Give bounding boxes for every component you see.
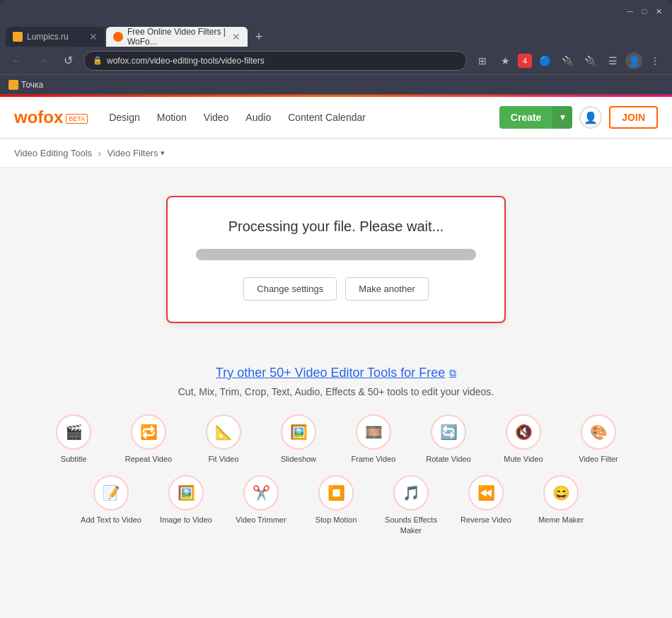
profile-icon[interactable]: 👤 [625, 52, 642, 69]
address-bar-row: ← → ↺ 🔒 wofox.com/video-editing-tools/vi… [0, 47, 672, 75]
tool-icon-image-to-video: 🖼️ [168, 475, 204, 511]
tool-icon-video-trimmer: ✂️ [243, 475, 279, 511]
tool-image-to-video[interactable]: 🖼️ Image to Video [154, 475, 218, 535]
tool-repeat-video[interactable]: 🔁 Repeat Video [117, 414, 180, 464]
tools-title[interactable]: Try other 50+ Video Editor Tools for Fre… [18, 366, 654, 380]
header-right: Create ▼ 👤 JOIN [499, 106, 658, 129]
tool-label-slideshow: Slideshow [281, 454, 316, 464]
more-options-icon[interactable]: ⋮ [645, 51, 665, 71]
progress-bar-container [196, 249, 476, 260]
tool-icon-fit-video: 📐 [206, 414, 241, 450]
address-bar[interactable]: 🔒 wofox.com/video-editing-tools/video-fi… [83, 51, 467, 71]
main-content: Processing your file. Please wait... Cha… [0, 168, 672, 618]
nav-video[interactable]: Video [204, 112, 229, 123]
breadcrumb-bar: Video Editing Tools › Video Filters ▾ [0, 139, 672, 168]
logo-area: wofox BETA [14, 107, 88, 127]
tool-label-video-filter: Video Filter [579, 454, 618, 464]
maximize-button[interactable]: □ [639, 6, 649, 16]
tool-icon-sounds-effects: 🎵 [393, 475, 429, 511]
breadcrumb-chevron: ▾ [161, 148, 165, 158]
forward-button[interactable]: → [33, 51, 52, 71]
create-dropdown-button[interactable]: ▼ [552, 106, 572, 129]
processing-buttons: Change settings Make another [196, 277, 476, 301]
tool-icon-reverse-video: ⏪ [468, 475, 504, 511]
extension-icon-4[interactable]: 🔌 [580, 51, 600, 71]
bookmark-tochka[interactable]: Точка [8, 80, 43, 90]
tab-title-wofox: Free Online Video Filters | WoFo... [127, 27, 228, 47]
tab-close-wofox[interactable]: ✕ [232, 31, 241, 42]
extension-icon-3[interactable]: 🔌 [557, 51, 577, 71]
make-another-button[interactable]: Make another [345, 277, 429, 301]
create-button[interactable]: Create [499, 106, 553, 129]
tool-sounds-effects[interactable]: 🎵 Sounds Effects Maker [379, 475, 443, 535]
toolbar-icons: ⊞ ★ 4 🔵 🔌 🔌 ☰ 👤 ⋮ [473, 51, 665, 71]
create-button-group: Create ▼ [499, 106, 572, 129]
tool-icon-slideshow: 🖼️ [281, 414, 316, 450]
menu-icon[interactable]: ☰ [603, 51, 622, 71]
tool-video-filter[interactable]: 🎨 Video Filter [567, 414, 630, 464]
nav-audio[interactable]: Audio [245, 112, 271, 123]
tool-icon-rotate-video: 🔄 [431, 414, 466, 450]
new-tab-button[interactable]: + [249, 27, 269, 47]
tool-icon-subtitle: 🎬 [56, 414, 91, 450]
tool-label-meme-maker: Meme Maker [538, 515, 584, 525]
tool-label-video-trimmer: Video Trimmer [236, 515, 286, 525]
tool-mute-video[interactable]: 🔇 Mute Video [492, 414, 555, 464]
bookmark-bar: Точка [0, 75, 672, 95]
tool-label-mute-video: Mute Video [504, 454, 543, 464]
processing-title: Processing your file. Please wait... [196, 218, 476, 235]
tool-icon-stop-motion: ⏹️ [318, 475, 354, 511]
tool-label-stop-motion: Stop Motion [315, 515, 357, 525]
tool-meme-maker[interactable]: 😄 Meme Maker [529, 475, 593, 535]
title-bar: ─ □ ✕ [0, 0, 672, 23]
logo-text: wofox [14, 107, 63, 127]
tool-label-fit-video: Fit Video [208, 454, 238, 464]
lock-icon: 🔒 [93, 56, 103, 65]
nav-design[interactable]: Design [109, 112, 140, 123]
tab-bar: Lumpics.ru ✕ Free Online Video Filters |… [0, 23, 672, 47]
tab-wofox[interactable]: Free Online Video Filters | WoFo... ✕ [106, 27, 248, 47]
tools-grid-row1: 🎬 Subtitle 🔁 Repeat Video 📐 Fit Video 🖼️… [18, 414, 654, 464]
tools-grid-row2: 📝 Add Text to Video 🖼️ Image to Video ✂️… [18, 475, 654, 535]
back-button[interactable]: ← [7, 51, 27, 71]
breadcrumb-video-editing-tools[interactable]: Video Editing Tools [14, 148, 92, 158]
extension-icon-2[interactable]: 🔵 [535, 51, 555, 71]
change-settings-button[interactable]: Change settings [243, 277, 337, 301]
nav-motion[interactable]: Motion [157, 112, 187, 123]
tool-icon-mute-video: 🔇 [506, 414, 541, 450]
extension-icon-1[interactable]: 4 [518, 54, 532, 68]
breadcrumb-video-filters[interactable]: Video Filters ▾ [107, 148, 165, 158]
tool-label-sounds-effects: Sounds Effects Maker [379, 515, 443, 535]
tool-subtitle[interactable]: 🎬 Subtitle [42, 414, 105, 464]
tab-lumpics[interactable]: Lumpics.ru ✕ [6, 27, 105, 47]
progress-bar-fill [196, 249, 476, 260]
nav-content-calendar[interactable]: Content Calendar [288, 112, 366, 123]
logo-beta: BETA [66, 114, 88, 124]
user-icon[interactable]: 👤 [579, 106, 602, 129]
tool-rotate-video[interactable]: 🔄 Rotate Video [417, 414, 480, 464]
tool-fit-video[interactable]: 📐 Fit Video [192, 414, 255, 464]
tool-slideshow[interactable]: 🖼️ Slideshow [267, 414, 330, 464]
reload-button[interactable]: ↺ [58, 51, 78, 71]
tab-title-lumpics: Lumpics.ru [27, 32, 69, 42]
tool-video-trimmer[interactable]: ✂️ Video Trimmer [229, 475, 293, 535]
close-button[interactable]: ✕ [654, 6, 664, 16]
join-button[interactable]: JOIN [609, 106, 658, 129]
tool-frame-video[interactable]: 🎞️ Frame Video [342, 414, 405, 464]
tab-close-lumpics[interactable]: ✕ [89, 31, 98, 42]
tool-reverse-video[interactable]: ⏪ Reverse Video [454, 475, 518, 535]
content-area: wofox BETA Design Motion Video Audio Con… [0, 95, 672, 618]
translate-icon[interactable]: ⊞ [473, 51, 492, 71]
tools-section: Try other 50+ Video Editor Tools for Fre… [18, 366, 654, 535]
tool-label-reverse-video: Reverse Video [460, 515, 511, 525]
site-header: wofox BETA Design Motion Video Audio Con… [0, 97, 672, 139]
tool-label-image-to-video: Image to Video [160, 515, 212, 525]
tool-label-subtitle: Subtitle [61, 454, 87, 464]
bookmark-icon[interactable]: ★ [495, 51, 515, 71]
tool-stop-motion[interactable]: ⏹️ Stop Motion [304, 475, 368, 535]
tab-favicon-lumpics [13, 32, 23, 42]
tool-icon-meme-maker: 😄 [543, 475, 579, 511]
tool-add-text[interactable]: 📝 Add Text to Video [79, 475, 143, 535]
tool-label-add-text: Add Text to Video [81, 515, 141, 525]
minimize-button[interactable]: ─ [625, 6, 635, 16]
